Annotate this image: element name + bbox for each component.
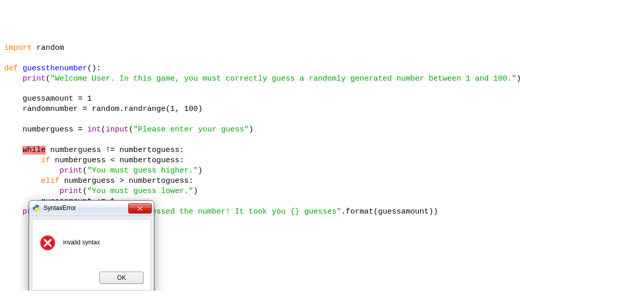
code-text: ( (46, 74, 50, 83)
code-text: ( (129, 125, 133, 134)
dialog-message: invalid syntax (63, 239, 100, 247)
dialog-body: invalid syntax OK (32, 219, 151, 291)
builtin-print: print (23, 74, 46, 83)
close-button[interactable] (128, 203, 152, 214)
code-text: numberguess = (23, 125, 87, 134)
code-text: numberguess > numbertoguess: (59, 177, 193, 185)
code-text: ) (198, 166, 203, 175)
code-text: .format(guessamount)) (341, 207, 438, 216)
string-literal: "You must guess higher." (87, 166, 198, 175)
builtin-print: print (59, 187, 83, 196)
keyword-def: def (4, 64, 18, 73)
code-text: ( (83, 187, 87, 196)
dialog-titlebar[interactable]: SyntaxError (29, 201, 154, 216)
dialog-content: invalid syntax (39, 228, 144, 267)
module-name: random (32, 44, 64, 52)
code-text: (): (87, 64, 101, 73)
svg-point-1 (37, 211, 37, 211)
syntax-error-dialog: SyntaxError invalid syntax OK (29, 200, 154, 291)
code-text: ) (193, 187, 198, 196)
code-text: ) (249, 125, 253, 134)
keyword-if: if (41, 156, 50, 165)
close-icon (137, 206, 143, 211)
builtin-int: int (87, 125, 101, 134)
string-literal: "Welcome User. In this game, you must co… (50, 74, 516, 83)
error-icon (39, 235, 56, 251)
function-name: guessthenumber (18, 64, 87, 73)
svg-point-0 (35, 205, 36, 206)
builtin-input: input (106, 125, 129, 134)
code-text: numberguess != numbertoguess: (46, 146, 184, 155)
syntax-error-highlight: while (23, 146, 46, 155)
dialog-buttons: OK (39, 267, 144, 284)
code-editor: import random def guessthenumber(): prin… (4, 43, 640, 217)
python-icon (32, 204, 41, 213)
code-text: ) (516, 74, 521, 83)
code-text: randomnumber = random.randrange(1, 100) (23, 105, 203, 113)
keyword-import: import (4, 44, 32, 52)
code-text: guessamount = 1 (23, 94, 92, 103)
code-text: ( (101, 125, 106, 134)
keyword-elif: elif (41, 177, 59, 185)
code-text: ( (83, 166, 87, 175)
string-literal: "Please enter your guess" (133, 125, 249, 134)
builtin-print: print (59, 166, 83, 175)
dialog-title: SyntaxError (44, 204, 128, 213)
ok-button[interactable]: OK (99, 272, 144, 284)
code-text: numberguess < numbertoguess: (50, 156, 184, 165)
string-literal: "You must guess lower." (87, 187, 193, 196)
